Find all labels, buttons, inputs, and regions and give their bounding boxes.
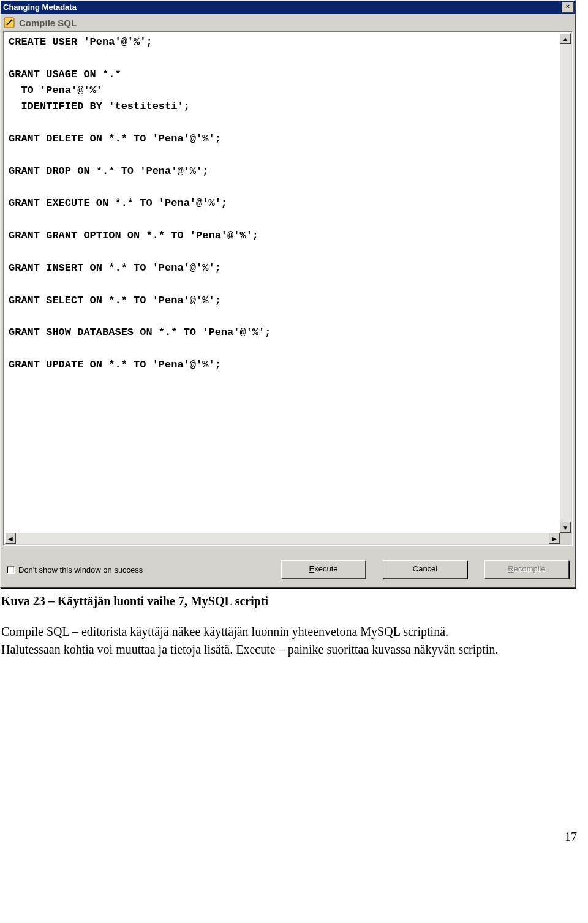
checkbox-label: Don't show this window on success bbox=[18, 565, 143, 575]
recompile-button[interactable]: Recompile bbox=[484, 560, 569, 579]
scroll-up-button[interactable]: ▲ bbox=[560, 33, 571, 44]
scroll-left-button[interactable]: ◀ bbox=[5, 533, 16, 544]
window-title: Changing Metadata bbox=[3, 1, 77, 14]
scroll-right-button[interactable]: ▶ bbox=[549, 533, 560, 544]
close-button[interactable]: × bbox=[562, 2, 574, 13]
subtitle-bar: Compile SQL bbox=[1, 14, 575, 31]
dialog-footer: Don't show this window on success Execut… bbox=[1, 548, 575, 587]
cancel-button[interactable]: Cancel bbox=[383, 560, 467, 579]
scrollbar-corner bbox=[560, 533, 571, 544]
execute-button[interactable]: Execute bbox=[281, 560, 366, 579]
vertical-scrollbar[interactable]: ▲ ▼ bbox=[560, 33, 571, 533]
dialog-window: Changing Metadata × Compile SQL CREATE U… bbox=[0, 0, 576, 588]
page-number: 17 bbox=[0, 658, 588, 844]
subtitle-text: Compile SQL bbox=[19, 18, 77, 28]
body-paragraph: Compile SQL – editorista käyttäjä näkee … bbox=[1, 623, 503, 658]
svg-point-1 bbox=[10, 19, 12, 21]
title-bar[interactable]: Changing Metadata × bbox=[1, 1, 575, 14]
sql-icon bbox=[3, 17, 15, 29]
sql-editor[interactable]: CREATE USER 'Pena'@'%'; GRANT USAGE ON *… bbox=[3, 31, 573, 546]
sql-text[interactable]: CREATE USER 'Pena'@'%'; GRANT USAGE ON *… bbox=[9, 34, 557, 532]
dont-show-checkbox[interactable] bbox=[7, 566, 15, 574]
horizontal-scrollbar[interactable]: ◀ ▶ bbox=[5, 533, 560, 544]
scroll-down-button[interactable]: ▼ bbox=[560, 522, 571, 533]
figure-caption: Kuva 23 – Käyttäjän luonti vaihe 7, MySQ… bbox=[1, 594, 577, 608]
